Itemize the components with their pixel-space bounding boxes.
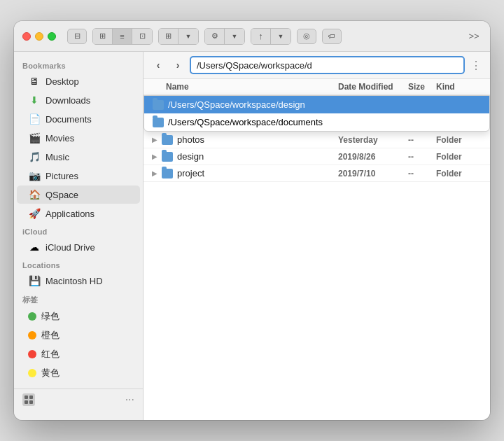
finder-window: ⊟ ⊞ ≡ ⊡ ⊞ ▼ ⚙ ▼ ↑ ▼ ◎ 🏷 >> Bookmarks � xyxy=(14,21,490,420)
green-tag-dot xyxy=(28,312,36,321)
sidebar-item-downloads[interactable]: ⬇ Downloads xyxy=(17,91,140,109)
bookmarks-section-label: Bookmarks xyxy=(14,57,143,71)
sidebar-item-tag-red-label: 红色 xyxy=(41,348,59,360)
col-header-date: Date Modified xyxy=(338,82,408,92)
sidebar: Bookmarks 🖥 Desktop ⬇ Downloads 📄 Docume… xyxy=(14,52,144,420)
sidebar-item-tag-yellow-label: 黄色 xyxy=(41,367,59,379)
file-name-project: project xyxy=(162,168,338,178)
sidebar-item-movies[interactable]: 🎬 Movies xyxy=(17,129,140,147)
main-content: Bookmarks 🖥 Desktop ⬇ Downloads 📄 Docume… xyxy=(14,52,490,420)
address-bar: ‹ › ⋮ xyxy=(144,52,490,79)
file-row-design[interactable]: ▶ design 2019/8/26 -- Folder xyxy=(144,148,490,165)
pictures-icon: 📷 xyxy=(28,169,41,182)
svg-rect-0 xyxy=(24,396,28,399)
svg-rect-3 xyxy=(29,400,33,404)
file-row-photos[interactable]: ▶ photos Yesterday -- Folder xyxy=(144,132,490,148)
sidebar-item-icloud-drive-label: iCloud Drive xyxy=(46,242,95,253)
file-list-header: Name Date Modified Size Kind xyxy=(144,79,490,95)
content-inner: Name Date Modified Size Kind /Users/QSpa… xyxy=(144,79,490,182)
movies-icon: 🎬 xyxy=(28,132,41,144)
file-size-design: -- xyxy=(408,152,436,162)
autocomplete-item-design-label: /Users/QSpace/workspace/design xyxy=(168,99,305,110)
forward-button[interactable]: › xyxy=(170,57,186,73)
locations-section-label: Locations xyxy=(14,257,143,271)
autocomplete-item-documents[interactable]: /Users/QSpace/workspace/documents xyxy=(144,113,489,131)
sidebar-item-tag-orange-label: 橙色 xyxy=(41,329,59,342)
toolbar-more-button[interactable]: >> xyxy=(466,29,482,44)
desktop-icon: 🖥 xyxy=(28,75,41,88)
file-kind-project: Folder xyxy=(436,169,482,178)
close-button[interactable] xyxy=(22,32,31,41)
traffic-lights xyxy=(22,32,56,41)
file-date-project: 2019/7/10 xyxy=(338,169,408,178)
yellow-tag-dot xyxy=(28,369,36,377)
titlebar: ⊟ ⊞ ≡ ⊡ ⊞ ▼ ⚙ ▼ ↑ ▼ ◎ 🏷 >> xyxy=(14,21,490,52)
autocomplete-dropdown: /Users/QSpace/workspace/design /Users/QS… xyxy=(144,95,490,132)
macintosh-hd-icon: 💾 xyxy=(28,274,41,287)
red-tag-dot xyxy=(28,350,36,358)
file-list: ▶ photos Yesterday -- Folder ▶ de xyxy=(144,132,490,182)
icloud-section-label: iCloud xyxy=(14,223,143,237)
airdrop-button[interactable]: ◎ xyxy=(297,29,316,44)
folder-icon-photos xyxy=(162,135,173,145)
autocomplete-folder-icon-design xyxy=(153,100,164,110)
downloads-icon: ⬇ xyxy=(28,94,41,106)
action-dropdown[interactable]: ▼ xyxy=(225,29,244,44)
sidebar-toggle-button[interactable]: ⊟ xyxy=(67,29,87,44)
sidebar-bottom: ··· xyxy=(14,388,143,410)
sidebar-item-downloads-label: Downloads xyxy=(46,95,90,106)
sidebar-item-documents[interactable]: 📄 Documents xyxy=(17,110,140,128)
sidebar-item-tag-orange[interactable]: 橙色 xyxy=(17,326,140,344)
orange-tag-dot xyxy=(28,331,36,340)
applications-icon: 🚀 xyxy=(28,207,41,220)
sidebar-item-music-label: Music xyxy=(46,152,69,162)
icloud-drive-icon: ☁ xyxy=(28,241,41,253)
back-button[interactable]: ‹ xyxy=(150,57,166,73)
sidebar-more-button[interactable]: ··· xyxy=(125,393,134,406)
sidebar-item-tag-yellow[interactable]: 黄色 xyxy=(17,364,140,382)
view-buttons: ⊞ ≡ ⊡ xyxy=(92,28,153,45)
autocomplete-item-design[interactable]: /Users/QSpace/workspace/design xyxy=(144,96,489,113)
sidebar-item-applications-label: Applications xyxy=(46,209,94,219)
file-name-design: design xyxy=(162,151,338,162)
file-date-photos: Yesterday xyxy=(338,135,408,145)
autocomplete-folder-icon-documents xyxy=(153,118,164,127)
expand-arrow-design[interactable]: ▶ xyxy=(152,153,162,160)
folder-icon-design xyxy=(162,152,173,162)
col-header-name: Name xyxy=(166,82,338,92)
icon-view-button[interactable]: ⊞ xyxy=(93,29,113,44)
grid-dropdown[interactable]: ▼ xyxy=(178,29,198,44)
sidebar-item-qspace-label: QSpace xyxy=(46,190,78,200)
share-button[interactable]: ↑ xyxy=(251,29,271,44)
column-view-button[interactable]: ⊡ xyxy=(132,29,152,44)
file-date-design: 2019/8/26 xyxy=(338,152,408,162)
address-input[interactable] xyxy=(190,56,465,74)
sidebar-item-macintosh-hd[interactable]: 💾 Macintosh HD xyxy=(17,272,140,290)
maximize-button[interactable] xyxy=(48,32,56,41)
list-view-button[interactable]: ≡ xyxy=(113,29,132,44)
sidebar-item-tag-green[interactable]: 绿色 xyxy=(17,307,140,326)
expand-arrow-project[interactable]: ▶ xyxy=(152,169,162,177)
documents-icon: 📄 xyxy=(28,113,41,125)
action-group: ⚙ ▼ xyxy=(204,28,245,45)
file-name-photos: photos xyxy=(162,134,338,145)
sidebar-grid-icon[interactable] xyxy=(22,393,35,406)
sidebar-item-pictures[interactable]: 📷 Pictures xyxy=(17,167,140,185)
sidebar-item-icloud-drive[interactable]: ☁ iCloud Drive xyxy=(17,238,140,256)
file-row-project[interactable]: ▶ project 2019/7/10 -- Folder xyxy=(144,165,490,182)
sidebar-item-applications[interactable]: 🚀 Applications xyxy=(17,204,140,223)
grid-view-button[interactable]: ⊞ xyxy=(159,29,178,44)
tag-button[interactable]: 🏷 xyxy=(322,29,342,44)
minimize-button[interactable] xyxy=(35,32,43,41)
svg-rect-1 xyxy=(29,396,33,399)
sidebar-item-desktop[interactable]: 🖥 Desktop xyxy=(17,72,140,90)
sidebar-item-music[interactable]: 🎵 Music xyxy=(17,148,140,166)
address-more-button[interactable]: ⋮ xyxy=(469,58,483,72)
share-dropdown[interactable]: ▼ xyxy=(271,29,290,44)
sidebar-item-tag-red[interactable]: 红色 xyxy=(17,345,140,363)
col-header-size: Size xyxy=(408,82,436,92)
share-group: ↑ ▼ xyxy=(251,28,291,45)
expand-arrow-photos[interactable]: ▶ xyxy=(152,136,162,144)
sidebar-item-qspace[interactable]: 🏠 QSpace xyxy=(17,186,140,204)
action-button[interactable]: ⚙ xyxy=(205,29,225,44)
